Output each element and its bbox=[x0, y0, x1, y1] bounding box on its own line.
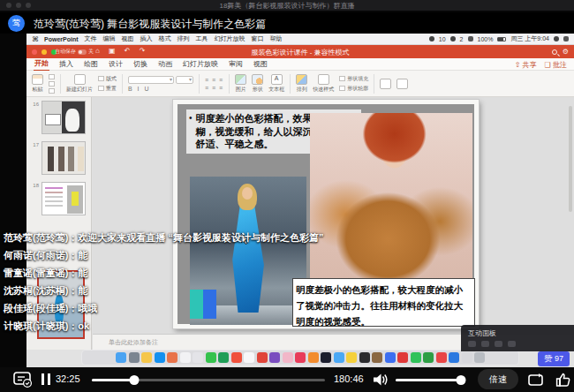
ribbon-tab[interactable]: 幻灯片放映 bbox=[182, 58, 219, 71]
dock-icon[interactable] bbox=[218, 352, 229, 363]
dock-icon[interactable] bbox=[155, 352, 165, 363]
dock-icon[interactable] bbox=[411, 352, 421, 363]
danmaku-settings-icon[interactable] bbox=[12, 370, 34, 389]
quick-style-button[interactable]: 快速样式 bbox=[313, 74, 334, 94]
paragraph-group[interactable]: ≡ ≡ ≡ ≡ ≡ ≡ bbox=[205, 77, 223, 91]
dock-icon[interactable] bbox=[423, 352, 434, 363]
ribbon-tab[interactable]: 设计 bbox=[108, 58, 124, 71]
dock-icon[interactable] bbox=[244, 352, 254, 363]
volume-icon[interactable] bbox=[372, 372, 389, 388]
dock-icon[interactable] bbox=[257, 352, 268, 363]
dock-icon[interactable] bbox=[129, 352, 140, 363]
ribbon-tab[interactable]: 动画 bbox=[157, 58, 173, 71]
pause-button[interactable] bbox=[42, 373, 50, 385]
menubar-menu[interactable]: 工具 bbox=[196, 34, 208, 43]
dock-icon[interactable] bbox=[436, 352, 447, 363]
align-buttons[interactable]: ≡ ≡ ≡ bbox=[205, 85, 223, 91]
menubar-menu[interactable]: 格式 bbox=[159, 34, 171, 43]
dock-icon[interactable] bbox=[359, 352, 370, 363]
dock-icon[interactable] bbox=[180, 352, 191, 363]
shape-format-buttons[interactable]: 形状填充 形状轮廓 bbox=[339, 75, 368, 93]
insert-picture-button[interactable]: 图片 bbox=[235, 74, 246, 94]
dock-icon[interactable] bbox=[372, 352, 382, 363]
menubar-menu[interactable]: 插入 bbox=[140, 34, 153, 43]
dock-icon[interactable] bbox=[116, 352, 126, 363]
volume-knob[interactable] bbox=[457, 375, 466, 385]
bold-italic-underline-buttons[interactable]: B I U bbox=[128, 86, 151, 92]
font-group[interactable]: B I U bbox=[128, 76, 193, 92]
control-center-icon[interactable] bbox=[563, 36, 569, 41]
update-icon[interactable] bbox=[450, 36, 456, 41]
thumb-image[interactable] bbox=[42, 141, 86, 175]
display-icon[interactable] bbox=[468, 36, 473, 41]
designer-button[interactable] bbox=[397, 79, 408, 89]
font-size-select[interactable] bbox=[176, 76, 193, 84]
share-button[interactable]: ⇧ 共享 bbox=[515, 60, 537, 70]
dictate-button[interactable] bbox=[380, 79, 391, 89]
thumb-image[interactable] bbox=[42, 182, 86, 215]
volume-slider[interactable] bbox=[396, 379, 461, 381]
list-buttons[interactable]: ≡ ≡ ≡ bbox=[205, 77, 223, 83]
interaction-panel[interactable]: 互动面板 bbox=[461, 325, 574, 351]
insert-shape-button[interactable]: 形状 bbox=[252, 74, 263, 94]
dock-icon[interactable] bbox=[462, 352, 472, 363]
dock-icon[interactable] bbox=[308, 352, 319, 363]
layout-buttons[interactable]: 版式 重置 bbox=[98, 75, 117, 93]
menubar-menu[interactable]: 文件 bbox=[85, 34, 97, 43]
menubar-menu[interactable]: 排列 bbox=[177, 34, 190, 43]
ppt-settings-icon[interactable]: ⚙ bbox=[563, 48, 569, 56]
seek-knob[interactable] bbox=[129, 375, 139, 385]
ribbon-tab[interactable]: 插入 bbox=[58, 58, 74, 71]
ribbon-tab[interactable]: 开始 bbox=[34, 57, 49, 72]
paste-button[interactable]: 粘贴 bbox=[32, 74, 43, 94]
likes-badge: 赞 97 bbox=[538, 351, 570, 366]
menubar-menu[interactable]: 窗口 bbox=[252, 34, 264, 43]
menubar-menu[interactable]: 视图 bbox=[122, 34, 134, 43]
ppt-search-icon[interactable] bbox=[552, 49, 557, 55]
slide-thumbnail-18[interactable]: 18 bbox=[32, 182, 91, 215]
thumb-image[interactable] bbox=[42, 101, 86, 134]
like-button-icon[interactable] bbox=[555, 371, 572, 388]
menubar-clock[interactable]: 周三 上午9:04 bbox=[510, 34, 549, 43]
dock-icon[interactable] bbox=[269, 352, 280, 363]
playback-speed-button[interactable]: 倍速 bbox=[478, 369, 518, 389]
dock-icon[interactable] bbox=[321, 352, 331, 363]
dock-icon[interactable] bbox=[167, 352, 177, 363]
rotate-fullscreen-icon[interactable] bbox=[526, 371, 546, 388]
slide-thumbnail-16[interactable]: 16 bbox=[32, 101, 91, 134]
dock-icon[interactable] bbox=[141, 352, 152, 363]
dock-icon[interactable] bbox=[231, 352, 242, 363]
arrange-button[interactable]: 排列 bbox=[296, 74, 307, 94]
ribbon-tab[interactable]: 切换 bbox=[132, 58, 148, 71]
ribbon-tab[interactable]: 绘图 bbox=[83, 58, 99, 71]
menubar-menu[interactable]: 帮助 bbox=[270, 34, 283, 43]
seek-bar[interactable] bbox=[92, 379, 325, 381]
clipboard-mini-buttons[interactable] bbox=[49, 74, 55, 94]
slide-scrollbar[interactable] bbox=[569, 106, 572, 212]
ribbon-tab[interactable]: 审阅 bbox=[228, 58, 244, 71]
font-name-select[interactable] bbox=[128, 76, 174, 84]
dock-icon[interactable] bbox=[346, 352, 357, 363]
dock-icon[interactable] bbox=[397, 352, 408, 363]
dock-icon[interactable] bbox=[385, 352, 396, 363]
apple-menu-icon[interactable]: ⌘ bbox=[32, 35, 39, 43]
dock-icon[interactable] bbox=[334, 352, 344, 363]
notification-icon[interactable] bbox=[429, 36, 434, 41]
dock-icon[interactable] bbox=[193, 352, 203, 363]
dock-icon[interactable] bbox=[449, 352, 459, 363]
slide-thumbnail-17[interactable]: 17 bbox=[32, 141, 91, 175]
ribbon-tab[interactable]: 视图 bbox=[253, 58, 268, 71]
new-slide-button[interactable]: 新建幻灯片 bbox=[66, 74, 93, 94]
comments-button[interactable]: ❑ 批注 bbox=[545, 60, 567, 70]
streamer-avatar[interactable]: 莺 bbox=[8, 15, 25, 32]
menubar-app-name[interactable]: PowerPoint bbox=[44, 36, 79, 42]
dock-icon[interactable] bbox=[474, 352, 485, 363]
dock-icon[interactable] bbox=[206, 352, 216, 363]
dock-icon[interactable] bbox=[295, 352, 306, 363]
spotlight-icon[interactable] bbox=[554, 36, 559, 41]
interaction-panel-items[interactable] bbox=[468, 341, 567, 347]
dock-icon[interactable] bbox=[283, 352, 293, 363]
insert-textbox-button[interactable]: 文本框 bbox=[268, 74, 284, 94]
menubar-menu[interactable]: 幻灯片放映 bbox=[215, 34, 245, 43]
menubar-menu[interactable]: 编辑 bbox=[103, 34, 116, 43]
